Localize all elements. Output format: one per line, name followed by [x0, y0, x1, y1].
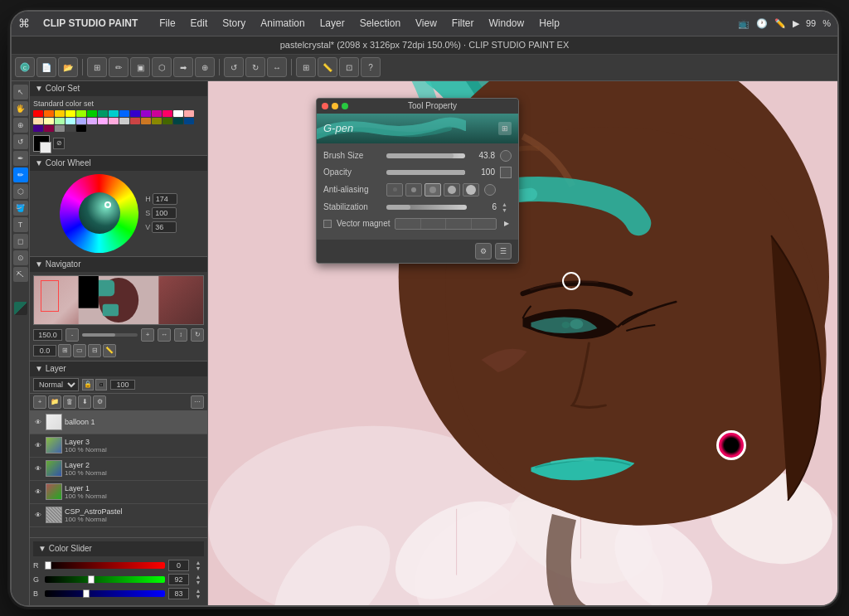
layer-eye-3[interactable]: 👁	[33, 440, 43, 450]
canvas-area[interactable]: Tool Property G-pen ⊞ Brush Size	[208, 81, 837, 605]
val-input[interactable]	[152, 221, 177, 233]
swatch-brown[interactable]	[141, 118, 151, 124]
tp-opacity-slider[interactable]	[386, 170, 465, 175]
menu-file[interactable]: File	[154, 16, 180, 31]
tp-aa-btn-1[interactable]	[405, 183, 422, 196]
swatch-light-pink[interactable]	[184, 110, 194, 117]
color-wheel[interactable]	[60, 174, 138, 253]
swatch-dark-magenta[interactable]	[44, 125, 54, 132]
toolbar-grid-btn[interactable]: ⊞	[296, 57, 316, 77]
layer-item-2[interactable]: 👁 Layer 2 100 % Normal	[30, 458, 207, 481]
swatch-light-gray[interactable]	[119, 118, 129, 124]
sat-input[interactable]	[152, 207, 177, 219]
layer-eye-balloon[interactable]: 👁	[33, 417, 43, 427]
menu-edit[interactable]: Edit	[186, 16, 213, 31]
toolbar-new-btn[interactable]: 📄	[36, 57, 56, 77]
swatch-cyan[interactable]	[109, 110, 119, 117]
menu-layer[interactable]: Layer	[315, 16, 350, 31]
position-input[interactable]	[33, 345, 56, 357]
swatch-white[interactable]	[173, 110, 183, 117]
tp-brush-size-slider[interactable]	[386, 153, 465, 158]
lock-pixel-btn[interactable]: 🔒	[82, 379, 94, 390]
swatch-light-green[interactable]	[55, 118, 65, 124]
swatch-teal[interactable]	[98, 110, 108, 117]
layer-eye-csp[interactable]: 👁	[33, 510, 43, 520]
app-name[interactable]: CLIP STUDIO PAINT	[38, 16, 143, 31]
tp-vm-track[interactable]	[395, 218, 497, 230]
navigator-thumbnail[interactable]	[33, 275, 204, 325]
swatch-peach[interactable]	[33, 118, 43, 124]
tp-vm-arrow[interactable]: ▶	[502, 218, 512, 230]
r-value-input[interactable]	[168, 560, 189, 571]
swatch-olive[interactable]	[152, 118, 162, 124]
tool-rotate[interactable]: ↺	[13, 134, 28, 149]
swatch-light-blue[interactable]	[76, 118, 86, 124]
toolbar-rotate-left-btn[interactable]: ↺	[224, 57, 244, 77]
layer-item-csp[interactable]: 👁 CSP_AstroPastel 100 % Normal	[30, 504, 207, 527]
tp-aa-btn-4[interactable]	[463, 183, 479, 196]
g-value-input[interactable]	[168, 574, 189, 585]
fg-bg-icon[interactable]	[14, 302, 27, 315]
flip-h-btn[interactable]: ↔	[158, 328, 171, 342]
b-slider[interactable]	[45, 590, 165, 597]
toolbar-ruler-btn[interactable]: 📏	[318, 57, 337, 77]
swatch-lime[interactable]	[76, 110, 86, 117]
grid-btn[interactable]: ⊞	[58, 344, 71, 357]
swatch-lavender[interactable]	[87, 118, 97, 124]
g-stepper[interactable]: ▲▼	[192, 574, 204, 585]
layer-item-3[interactable]: 👁 Layer 3 100 % Normal	[30, 434, 207, 458]
r-stepper[interactable]: ▲▼	[192, 560, 204, 571]
swatch-light-magenta[interactable]	[98, 118, 108, 124]
swatch-black[interactable]	[76, 125, 86, 132]
zoom-in-btn[interactable]: +	[141, 328, 154, 342]
tp-opacity-adjust[interactable]	[500, 167, 512, 178]
swatch-yellow2[interactable]	[65, 110, 75, 117]
toolbar-brush-btn[interactable]: ✏	[109, 57, 129, 77]
menu-selection[interactable]: Selection	[355, 16, 405, 31]
toolbar-fill-btn[interactable]: ▣	[130, 57, 150, 77]
toolbar-csp-btn[interactable]: C	[15, 57, 35, 77]
tool-lasso[interactable]: ⊙	[13, 250, 28, 265]
tool-hand[interactable]: 🖐	[13, 101, 28, 116]
layer-panel-header[interactable]: ▼ Layer	[30, 361, 207, 376]
delete-layer-btn[interactable]: 🗑	[63, 395, 76, 409]
layer-item-1[interactable]: 👁 Layer 1 100 % Normal	[30, 481, 207, 504]
toolbar-open-btn[interactable]: 📂	[58, 57, 78, 77]
menu-filter[interactable]: Filter	[447, 16, 479, 31]
swatch-yellow[interactable]	[55, 110, 65, 117]
layer-opacity-input[interactable]	[110, 380, 135, 390]
tp-aa-adjust[interactable]	[484, 184, 496, 196]
tp-min-btn[interactable]	[332, 103, 338, 109]
zoom-slider[interactable]	[82, 333, 138, 337]
swatch-green[interactable]	[87, 110, 97, 117]
layer-eye-2[interactable]: 👁	[33, 463, 43, 473]
layer-more-btn[interactable]: ⋯	[191, 395, 204, 409]
tp-footer-list[interactable]: ☰	[495, 243, 512, 259]
b-stepper[interactable]: ▲▼	[192, 588, 204, 599]
tp-stab-slider[interactable]	[386, 205, 467, 210]
color-set-header[interactable]: ▼ Color Set	[30, 81, 207, 96]
tool-eraser[interactable]: ⬡	[13, 184, 28, 199]
tool-color-pick[interactable]: ⛏	[13, 267, 28, 282]
g-slider[interactable]	[45, 576, 165, 583]
merge-layer-btn[interactable]: ⬇	[78, 395, 91, 409]
swatch-orange[interactable]	[44, 110, 54, 117]
swatch-light-rose[interactable]	[109, 118, 119, 124]
swatch-gray[interactable]	[55, 125, 65, 132]
tool-move[interactable]: ↖	[13, 85, 28, 99]
blend-mode-select[interactable]: Normal	[33, 378, 79, 391]
tp-aa-btn-2[interactable]	[424, 183, 441, 196]
toolbar-symmetry-btn[interactable]: ⊡	[339, 57, 359, 77]
toolbar-rotate-right-btn[interactable]: ↻	[245, 57, 265, 77]
toolbar-flip-btn[interactable]: ↔	[267, 57, 287, 77]
swatch-dark-teal[interactable]	[173, 118, 183, 124]
swatch-light-yellow[interactable]	[44, 118, 54, 124]
swatch-magenta[interactable]	[152, 110, 162, 117]
tp-aa-btn-0[interactable]	[386, 183, 403, 196]
safe-area-btn[interactable]: ⊟	[88, 344, 101, 357]
toolbar-zoom-btn[interactable]: ⊕	[195, 57, 215, 77]
lock-alpha-btn[interactable]: α	[95, 379, 107, 390]
color-wheel-header[interactable]: ▼ Color Wheel	[30, 156, 207, 171]
fg-color-box[interactable]	[33, 135, 50, 152]
tp-max-btn[interactable]	[342, 103, 348, 109]
